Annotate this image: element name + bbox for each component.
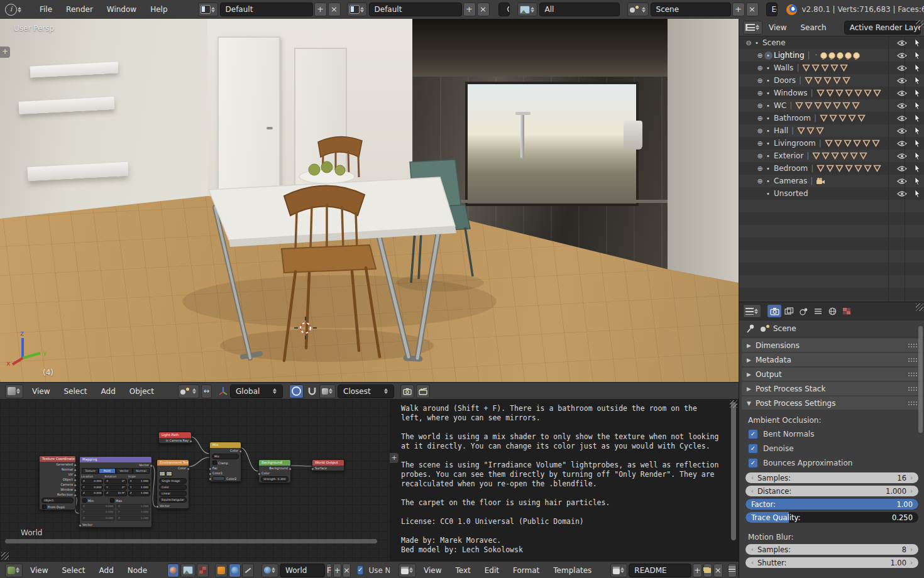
expander-icon[interactable]: ⊕ (756, 77, 764, 85)
context-object-button[interactable] (215, 564, 228, 577)
node-row-generated[interactable]: Generated (40, 462, 75, 467)
selectability-toggle[interactable] (910, 189, 924, 198)
node-menu-add[interactable]: Add (99, 566, 114, 575)
text-editor-type-selector[interactable] (399, 564, 416, 577)
text-editor[interactable]: Walk around (Shift + F). There is a bath… (390, 399, 739, 561)
tab-view-layer[interactable] (782, 305, 796, 317)
scene-selector-icon-button[interactable] (627, 3, 649, 16)
outliner-row-cameras[interactable]: ⊕•Cameras| (739, 175, 924, 187)
node-row-vector[interactable]: Vector (80, 462, 151, 467)
checkbox-denoise[interactable]: ✓Denoise (748, 444, 924, 454)
node-row-color[interactable]: Color (210, 448, 241, 453)
visibility-toggle[interactable] (894, 165, 910, 172)
workspace-name-field-1[interactable]: Default (220, 3, 313, 16)
workspace-delete-button-1[interactable]: × (328, 3, 341, 16)
text-unlink-button[interactable]: × (713, 564, 722, 577)
selectability-toggle[interactable] (910, 38, 924, 47)
checkbox-bent-normals[interactable]: ✓Bent Normals (748, 429, 924, 439)
expander-icon[interactable]: ⊕ (756, 64, 764, 72)
node-environment-texture[interactable]: Environment TextureColorSingle ImageColo… (157, 459, 189, 509)
workspace-add-button-2[interactable]: + (463, 3, 476, 16)
node-world-output[interactable]: World OutputSurface (312, 459, 344, 471)
line-numbers-toggle[interactable] (728, 564, 737, 577)
node-editor-type-selector[interactable] (5, 564, 23, 577)
visibility-toggle[interactable] (894, 153, 910, 160)
collection-name[interactable]: Exterior (774, 151, 803, 160)
visibility-toggle[interactable] (894, 140, 910, 147)
pivot-point-selector[interactable] (178, 384, 199, 398)
viewport-editor-selector[interactable] (5, 384, 23, 398)
collection-name[interactable]: Livingroom (774, 139, 816, 148)
expander-icon[interactable]: ⊕ (756, 139, 764, 148)
node-row-camera[interactable]: Camera (40, 482, 75, 487)
outliner-row-exterior[interactable]: ⊕•Exterior| (739, 150, 924, 162)
selectability-toggle[interactable] (910, 51, 924, 60)
collection-name[interactable]: Lighting (774, 51, 805, 60)
expander-icon[interactable]: ⊕ (756, 165, 764, 173)
slider-field-factor[interactable]: Factor:1.00 (745, 499, 918, 510)
node-row-fac[interactable]: Fac (210, 466, 241, 471)
checkbox-bounces-approximation[interactable]: ✓Bounces Approximation (748, 458, 924, 468)
transform-gizmo-toggle[interactable]: ↔ (201, 384, 212, 398)
workspace-name-field-2[interactable]: Default (369, 3, 462, 16)
view-layer-icon-button[interactable] (517, 3, 537, 16)
selectability-toggle[interactable] (910, 114, 924, 123)
selectability-toggle[interactable] (910, 63, 924, 72)
visibility-toggle[interactable] (894, 52, 910, 59)
outliner-menu-search[interactable]: Search (800, 23, 826, 32)
node-tab-vector[interactable]: Vector (116, 468, 133, 474)
node-menu-view[interactable]: View (30, 566, 48, 575)
snap-target-selector[interactable] (319, 384, 336, 398)
collection-name[interactable]: Bedroom (774, 164, 808, 173)
collapsed-toolbar-tab[interactable]: + (0, 46, 10, 58)
node-menu-node[interactable]: Node (128, 566, 147, 575)
node-mix[interactable]: MixColorMixClampFacColor1Color2 (209, 442, 241, 482)
expander-icon[interactable]: ⊕ (756, 177, 764, 185)
collection-name[interactable]: Bathroom (774, 114, 811, 123)
panel-header-output[interactable]: ▶Output (742, 368, 922, 381)
node-row-color[interactable]: Color (259, 471, 290, 476)
collection-name[interactable]: WC (774, 101, 786, 110)
breadcrumb-scene[interactable]: Scene (773, 324, 796, 333)
outliner-editor-selector[interactable] (743, 21, 762, 35)
panel-header-post-process-stack[interactable]: ▶Post Process Stack (742, 382, 922, 395)
workspace-layout-selector[interactable] (198, 3, 218, 16)
number-field-samples[interactable]: ‹Samples:8› (745, 544, 918, 555)
visibility-toggle[interactable] (894, 190, 910, 197)
node-row-background[interactable]: Background (259, 466, 290, 471)
node-light-path[interactable]: Light PathIs Camera Ray (158, 432, 192, 444)
selectability-toggle[interactable] (910, 177, 924, 185)
snap-mode-selector[interactable]: Closest (338, 384, 394, 398)
panel-header-post-process-settings[interactable]: ▼Post Process Settings (742, 396, 922, 410)
topbar-menu-file[interactable]: File (40, 5, 52, 14)
outliner-row-lighting[interactable]: ⊕•Lighting|· (739, 49, 924, 62)
topbar-menu-render[interactable]: Render (66, 5, 93, 14)
node-row-normal[interactable]: Normal (40, 467, 75, 472)
node-mapping[interactable]: MappingVectorTexturePointVectorNormalLoc… (79, 456, 152, 528)
world-unlink-button[interactable]: × (343, 564, 351, 577)
number-field-shutter[interactable]: ‹Shutter:1.00› (745, 557, 918, 568)
collection-name[interactable]: Windows (774, 89, 808, 97)
pin-icon[interactable] (745, 324, 756, 334)
expander-icon[interactable]: ⊖ (744, 39, 753, 47)
node-row-from-dupli[interactable]: From Dupli (40, 504, 75, 510)
scene-delete-button[interactable]: × (746, 3, 759, 16)
visibility-toggle[interactable] (894, 102, 910, 109)
visibility-toggle[interactable] (894, 65, 910, 72)
expander-icon[interactable]: ⊕ (756, 89, 764, 97)
workspace-add-button-1[interactable]: + (314, 3, 327, 16)
node-row-linear[interactable]: Linear (157, 491, 189, 496)
node-row-clamp[interactable]: Clamp (210, 460, 241, 466)
node-row-uv[interactable]: UV (40, 472, 75, 477)
number-field-distance[interactable]: ‹Distance:1.000› (745, 486, 918, 496)
visibility-toggle[interactable] (894, 90, 910, 97)
visibility-toggle[interactable] (894, 128, 910, 134)
text-editor-scrollbar[interactable] (731, 402, 736, 540)
world-name-field[interactable]: World (280, 564, 325, 577)
context-linestyle-button[interactable] (242, 564, 254, 577)
tab-render[interactable] (767, 305, 781, 317)
node-row-window[interactable]: Window (40, 487, 75, 492)
viewport-menu-select[interactable]: Select (63, 387, 87, 396)
info-editor-selector[interactable]: i (5, 4, 22, 16)
topbar-menu-window[interactable]: Window (107, 5, 136, 14)
